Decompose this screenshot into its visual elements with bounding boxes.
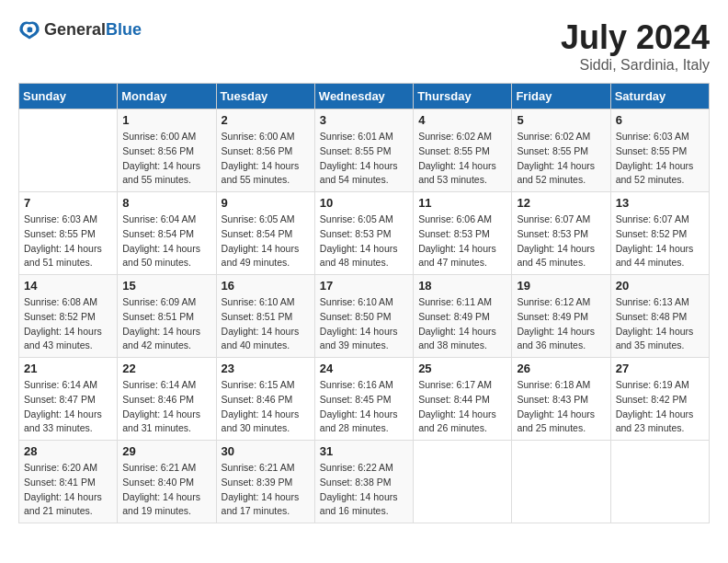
header-cell-tuesday: Tuesday <box>216 84 314 109</box>
main-title: July 2024 <box>561 18 710 57</box>
day-number: 23 <box>222 362 310 375</box>
header-cell-saturday: Saturday <box>610 84 709 109</box>
day-number: 17 <box>320 279 408 293</box>
day-info: Sunrise: 6:12 AM Sunset: 8:49 PM Dayligh… <box>517 295 605 353</box>
week-row-1: 7Sunrise: 6:03 AM Sunset: 8:55 PM Daylig… <box>19 192 710 275</box>
logo-general: General <box>44 20 106 39</box>
day-info: Sunrise: 6:00 AM Sunset: 8:56 PM Dayligh… <box>122 130 210 188</box>
day-number: 19 <box>517 279 605 293</box>
day-cell: 11Sunrise: 6:06 AM Sunset: 8:53 PM Dayli… <box>414 192 512 275</box>
day-cell: 20Sunrise: 6:13 AM Sunset: 8:48 PM Dayli… <box>610 275 709 358</box>
day-info: Sunrise: 6:18 AM Sunset: 8:43 PM Dayligh… <box>517 378 605 436</box>
day-cell: 24Sunrise: 6:16 AM Sunset: 8:45 PM Dayli… <box>314 358 413 441</box>
day-info: Sunrise: 6:22 AM Sunset: 8:38 PM Dayligh… <box>320 461 408 519</box>
week-row-3: 21Sunrise: 6:14 AM Sunset: 8:47 PM Dayli… <box>19 358 710 441</box>
calendar-body: 1Sunrise: 6:00 AM Sunset: 8:56 PM Daylig… <box>19 109 710 523</box>
day-number: 28 <box>24 444 112 458</box>
day-cell: 22Sunrise: 6:14 AM Sunset: 8:46 PM Dayli… <box>118 358 216 441</box>
day-number: 14 <box>24 279 112 293</box>
day-number: 21 <box>24 362 112 375</box>
logo-blue: Blue <box>106 20 142 39</box>
day-number: 7 <box>24 196 112 210</box>
day-info: Sunrise: 6:05 AM Sunset: 8:54 PM Dayligh… <box>222 213 310 270</box>
day-info: Sunrise: 6:06 AM Sunset: 8:53 PM Dayligh… <box>418 213 506 270</box>
calendar-table: SundayMondayTuesdayWednesdayThursdayFrid… <box>18 83 710 523</box>
day-info: Sunrise: 6:13 AM Sunset: 8:48 PM Dayligh… <box>616 295 704 353</box>
day-cell: 7Sunrise: 6:03 AM Sunset: 8:55 PM Daylig… <box>19 192 118 275</box>
header: GeneralBlue July 2024 Siddi, Sardinia, I… <box>18 18 710 74</box>
day-cell: 31Sunrise: 6:22 AM Sunset: 8:38 PM Dayli… <box>314 441 413 523</box>
day-number: 13 <box>616 196 704 210</box>
day-number: 12 <box>517 196 605 210</box>
day-info: Sunrise: 6:14 AM Sunset: 8:46 PM Dayligh… <box>122 378 210 436</box>
day-cell: 16Sunrise: 6:10 AM Sunset: 8:51 PM Dayli… <box>216 275 314 358</box>
day-number: 6 <box>616 113 704 127</box>
day-info: Sunrise: 6:03 AM Sunset: 8:55 PM Dayligh… <box>616 130 704 188</box>
day-cell: 26Sunrise: 6:18 AM Sunset: 8:43 PM Dayli… <box>512 358 610 441</box>
day-number: 22 <box>122 362 210 375</box>
header-cell-sunday: Sunday <box>19 84 118 109</box>
day-number: 26 <box>517 362 605 375</box>
day-info: Sunrise: 6:02 AM Sunset: 8:55 PM Dayligh… <box>418 130 506 188</box>
day-cell: 17Sunrise: 6:10 AM Sunset: 8:50 PM Dayli… <box>314 275 413 358</box>
day-cell: 27Sunrise: 6:19 AM Sunset: 8:42 PM Dayli… <box>610 358 709 441</box>
day-info: Sunrise: 6:11 AM Sunset: 8:49 PM Dayligh… <box>418 295 506 353</box>
day-info: Sunrise: 6:10 AM Sunset: 8:50 PM Dayligh… <box>320 295 408 353</box>
day-cell: 6Sunrise: 6:03 AM Sunset: 8:55 PM Daylig… <box>610 109 709 192</box>
day-info: Sunrise: 6:20 AM Sunset: 8:41 PM Dayligh… <box>24 461 112 519</box>
day-number: 16 <box>222 279 310 293</box>
day-cell <box>512 441 610 523</box>
day-info: Sunrise: 6:16 AM Sunset: 8:45 PM Dayligh… <box>320 378 408 436</box>
day-cell: 19Sunrise: 6:12 AM Sunset: 8:49 PM Dayli… <box>512 275 610 358</box>
day-info: Sunrise: 6:04 AM Sunset: 8:54 PM Dayligh… <box>122 213 210 270</box>
day-info: Sunrise: 6:07 AM Sunset: 8:53 PM Dayligh… <box>517 213 605 270</box>
day-info: Sunrise: 6:05 AM Sunset: 8:53 PM Dayligh… <box>320 213 408 270</box>
day-cell <box>610 441 709 523</box>
day-number: 1 <box>122 113 210 127</box>
day-cell: 15Sunrise: 6:09 AM Sunset: 8:51 PM Dayli… <box>118 275 216 358</box>
day-cell: 10Sunrise: 6:05 AM Sunset: 8:53 PM Dayli… <box>314 192 413 275</box>
logo: GeneralBlue <box>18 18 142 40</box>
day-number: 25 <box>418 362 506 375</box>
day-cell: 13Sunrise: 6:07 AM Sunset: 8:52 PM Dayli… <box>610 192 709 275</box>
day-number: 29 <box>122 444 210 458</box>
day-cell <box>19 109 118 192</box>
day-number: 5 <box>517 113 605 127</box>
logo-icon <box>18 18 40 40</box>
header-cell-wednesday: Wednesday <box>314 84 413 109</box>
day-cell: 29Sunrise: 6:21 AM Sunset: 8:40 PM Dayli… <box>118 441 216 523</box>
day-info: Sunrise: 6:15 AM Sunset: 8:46 PM Dayligh… <box>222 378 310 436</box>
day-number: 27 <box>616 362 704 375</box>
day-number: 24 <box>320 362 408 375</box>
day-info: Sunrise: 6:17 AM Sunset: 8:44 PM Dayligh… <box>418 378 506 436</box>
day-cell: 9Sunrise: 6:05 AM Sunset: 8:54 PM Daylig… <box>216 192 314 275</box>
week-row-0: 1Sunrise: 6:00 AM Sunset: 8:56 PM Daylig… <box>19 109 710 192</box>
day-info: Sunrise: 6:03 AM Sunset: 8:55 PM Dayligh… <box>24 213 112 270</box>
day-number: 4 <box>418 113 506 127</box>
day-cell: 2Sunrise: 6:00 AM Sunset: 8:56 PM Daylig… <box>216 109 314 192</box>
calendar-header: SundayMondayTuesdayWednesdayThursdayFrid… <box>19 84 710 109</box>
day-cell: 30Sunrise: 6:21 AM Sunset: 8:39 PM Dayli… <box>216 441 314 523</box>
day-cell: 18Sunrise: 6:11 AM Sunset: 8:49 PM Dayli… <box>414 275 512 358</box>
day-info: Sunrise: 6:21 AM Sunset: 8:39 PM Dayligh… <box>222 461 310 519</box>
day-info: Sunrise: 6:10 AM Sunset: 8:51 PM Dayligh… <box>222 295 310 353</box>
title-area: July 2024 Siddi, Sardinia, Italy <box>561 18 710 74</box>
day-number: 18 <box>418 279 506 293</box>
header-cell-friday: Friday <box>512 84 610 109</box>
day-info: Sunrise: 6:02 AM Sunset: 8:55 PM Dayligh… <box>517 130 605 188</box>
day-info: Sunrise: 6:21 AM Sunset: 8:40 PM Dayligh… <box>122 461 210 519</box>
day-cell: 14Sunrise: 6:08 AM Sunset: 8:52 PM Dayli… <box>19 275 118 358</box>
day-number: 3 <box>320 113 408 127</box>
day-number: 31 <box>320 444 408 458</box>
day-cell: 3Sunrise: 6:01 AM Sunset: 8:55 PM Daylig… <box>314 109 413 192</box>
day-cell: 8Sunrise: 6:04 AM Sunset: 8:54 PM Daylig… <box>118 192 216 275</box>
day-info: Sunrise: 6:09 AM Sunset: 8:51 PM Dayligh… <box>122 295 210 353</box>
day-number: 15 <box>122 279 210 293</box>
day-number: 10 <box>320 196 408 210</box>
day-cell: 5Sunrise: 6:02 AM Sunset: 8:55 PM Daylig… <box>512 109 610 192</box>
week-row-4: 28Sunrise: 6:20 AM Sunset: 8:41 PM Dayli… <box>19 441 710 523</box>
day-number: 20 <box>616 279 704 293</box>
day-cell <box>414 441 512 523</box>
day-info: Sunrise: 6:19 AM Sunset: 8:42 PM Dayligh… <box>616 378 704 436</box>
day-cell: 23Sunrise: 6:15 AM Sunset: 8:46 PM Dayli… <box>216 358 314 441</box>
